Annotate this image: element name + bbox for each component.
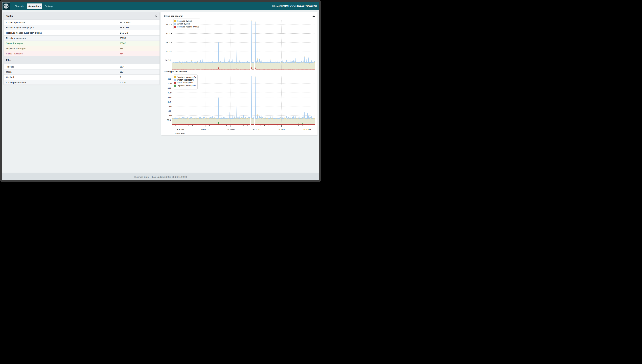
svg-text:09:00:00: 09:00:00 — [201, 128, 209, 131]
svg-text:50.0 K: 50.0 K — [165, 59, 171, 61]
svg-text:Received bytes/s: Received bytes/s — [177, 20, 192, 22]
svg-text:250: 250 — [168, 101, 171, 103]
svg-text:450: 450 — [168, 83, 171, 85]
svg-text:500: 500 — [168, 78, 171, 80]
svg-text:150: 150 — [168, 110, 171, 112]
svg-text:300: 300 — [168, 96, 171, 98]
svg-text:350: 350 — [168, 92, 171, 94]
svg-text:11:00:00: 11:00:00 — [303, 128, 311, 131]
svg-text:Written bytes/s: Written bytes/s — [177, 23, 190, 25]
svg-text:100 K: 100 K — [166, 50, 171, 52]
svg-text:Received packages/s: Received packages/s — [177, 76, 196, 78]
svg-text:250 K: 250 K — [166, 24, 171, 26]
svg-text:200: 200 — [168, 106, 171, 108]
svg-text:400: 400 — [168, 87, 171, 89]
svg-text:10:00:00: 10:00:00 — [252, 128, 260, 131]
svg-text:200 K: 200 K — [166, 32, 171, 34]
svg-text:50.0: 50.0 — [167, 119, 171, 121]
svg-text:150 K: 150 K — [166, 42, 171, 44]
svg-text:Duplicate packages/s: Duplicate packages/s — [177, 84, 196, 87]
svg-text:09:30:00: 09:30:00 — [227, 128, 235, 131]
svg-text:10:30:00: 10:30:00 — [278, 128, 286, 131]
svg-text:Received header bytes/s: Received header bytes/s — [177, 26, 199, 28]
svg-text:100: 100 — [168, 114, 171, 116]
svg-text:Failed packages/s: Failed packages/s — [177, 82, 193, 84]
svg-text:2022-08-26: 2022-08-26 — [174, 132, 185, 135]
svg-text:08:30:00: 08:30:00 — [176, 128, 184, 131]
svg-text:Written packages/s: Written packages/s — [177, 79, 194, 81]
